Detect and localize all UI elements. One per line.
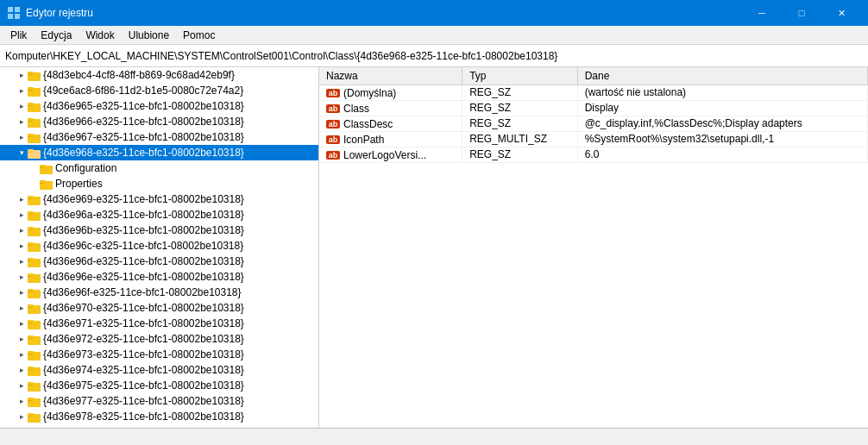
main-content: ▸ {48d3ebc4-4cf8-48ff-b869-9c68ad42eb9f}… <box>0 67 868 428</box>
menu-pomoc[interactable]: Pomoc <box>176 28 222 43</box>
menu-edycja[interactable]: Edycja <box>34 28 79 43</box>
reg-name-cell: abLowerLogoVersi... <box>319 147 462 162</box>
tree-item-label: {4d36e966-e325-11ce-bfc1-08002be10318} <box>43 116 244 128</box>
tree-item-label: {49ce6ac8-6f86-11d2-b1e5-0080c72e74a2} <box>43 85 243 97</box>
folder-icon <box>28 85 41 97</box>
address-bar: Komputer\HKEY_LOCAL_MACHINE\SYSTEM\Contr… <box>0 45 868 67</box>
col-name: Nazwa <box>319 67 462 85</box>
expand-icon[interactable]: ▾ <box>16 147 28 159</box>
expand-icon[interactable]: ▸ <box>16 286 28 298</box>
tree-item-label: {4d36e968-e325-11ce-bfc1-08002be10318} <box>43 147 244 159</box>
reg-name-cell: abClass <box>319 100 462 116</box>
table-row[interactable]: abIconPathREG_MULTI_SZ%SystemRoot%\syste… <box>319 131 868 147</box>
tree-item[interactable]: ▸ {4d36e970-e325-11ce-bfc1-08002be10318} <box>0 300 318 316</box>
minimize-button[interactable]: ─ <box>742 0 782 26</box>
expand-icon[interactable]: ▸ <box>16 209 28 221</box>
menu-widok[interactable]: Widok <box>79 28 121 43</box>
expand-icon[interactable]: ▸ <box>16 131 28 143</box>
values-panel: Nazwa Typ Dane ab(Domyślna)REG_SZ(wartoś… <box>319 67 868 428</box>
table-row[interactable]: abClassDescREG_SZ@c_display.inf,%ClassDe… <box>319 116 868 131</box>
expand-icon[interactable]: ▸ <box>16 116 28 128</box>
svg-rect-66 <box>28 382 34 385</box>
folder-icon <box>28 395 41 407</box>
expand-icon[interactable]: ▸ <box>16 85 28 97</box>
tree-item-label: {4d36e977-e325-11ce-bfc1-08002be10318} <box>43 395 244 407</box>
tree-item[interactable]: Configuration <box>0 160 318 176</box>
menu-plik[interactable]: Plik <box>3 28 34 43</box>
tree-item[interactable]: ▸ {4d36e973-e325-11ce-bfc1-08002be10318} <box>0 347 318 362</box>
expand-icon[interactable]: ▸ <box>16 100 28 112</box>
app-icon <box>7 6 21 20</box>
svg-rect-36 <box>28 227 34 229</box>
tree-item[interactable]: ▾ {4d36e968-e325-11ce-bfc1-08002be10318} <box>0 145 318 160</box>
expand-icon[interactable] <box>28 178 40 190</box>
tree-item[interactable]: ▸ {4d36e96a-e325-11ce-bfc1-08002be10318} <box>0 207 318 222</box>
expand-icon[interactable]: ▸ <box>16 333 28 345</box>
tree-item[interactable]: ▸ {4d36e974-e325-11ce-bfc1-08002be10318} <box>0 362 318 378</box>
tree-item[interactable]: ▸ {4d36e979-e325-11ce-bfc1-08002be10318} <box>0 424 318 428</box>
tree-item[interactable]: ▸ {4d36e975-e325-11ce-bfc1-08002be10318} <box>0 378 318 393</box>
tree-item[interactable]: ▸ {4d36e96d-e325-11ce-bfc1-08002be10318} <box>0 254 318 269</box>
tree-item[interactable]: ▸ {4d36e96f-e325-11ce-bfc1-08002be10318} <box>0 285 318 300</box>
expand-icon[interactable]: ▸ <box>16 193 28 205</box>
folder-icon <box>28 271 41 283</box>
title-bar-left: Edytor rejestru <box>7 6 93 20</box>
tree-item[interactable]: ▸ {4d36e96b-e325-11ce-bfc1-08002be10318} <box>0 222 318 238</box>
folder-icon <box>28 302 41 314</box>
folder-icon <box>28 209 41 221</box>
tree-item[interactable]: ▸ {4d36e96c-e325-11ce-bfc1-08002be10318} <box>0 238 318 254</box>
svg-rect-48 <box>28 289 34 291</box>
reg-type-cell: REG_MULTI_SZ <box>462 131 577 147</box>
expand-icon[interactable]: ▸ <box>16 317 28 329</box>
folder-icon <box>28 69 41 81</box>
svg-rect-21 <box>28 149 34 152</box>
expand-icon[interactable]: ▸ <box>16 224 28 236</box>
tree-item-label: Properties <box>55 178 103 190</box>
col-type: Typ <box>462 67 577 85</box>
tree-item[interactable]: ▸ {4d36e978-e325-11ce-bfc1-08002be10318} <box>0 409 318 424</box>
reg-name-cell: abClassDesc <box>319 116 462 131</box>
tree-item-label: {4d36e970-e325-11ce-bfc1-08002be10318} <box>43 302 244 314</box>
tree-item-label: {4d36e96e-e325-11ce-bfc1-08002be10318} <box>43 271 244 283</box>
close-button[interactable]: ✕ <box>821 0 861 26</box>
tree-item[interactable]: ▸ {4d36e967-e325-11ce-bfc1-08002be10318} <box>0 129 318 145</box>
folder-icon <box>28 131 41 143</box>
expand-icon[interactable]: ▸ <box>16 69 28 81</box>
expand-icon[interactable]: ▸ <box>16 379 28 392</box>
svg-rect-0 <box>8 7 13 12</box>
menu-ulubione[interactable]: Ulubione <box>122 28 176 43</box>
expand-icon[interactable]: ▸ <box>16 411 28 423</box>
expand-icon[interactable]: ▸ <box>16 395 28 407</box>
table-row[interactable]: ab(Domyślna)REG_SZ(wartość nie ustalona) <box>319 85 868 100</box>
tree-item[interactable]: ▸ {4d36e977-e325-11ce-bfc1-08002be10318} <box>0 393 318 409</box>
folder-icon <box>40 178 53 190</box>
maximize-button[interactable]: □ <box>782 0 821 26</box>
tree-item[interactable]: ▸ {4d36e972-e325-11ce-bfc1-08002be10318} <box>0 331 318 347</box>
horizontal-scrollbar[interactable] <box>0 429 868 441</box>
folder-icon <box>28 100 41 112</box>
tree-item[interactable]: ▸ {4d36e96e-e325-11ce-bfc1-08002be10318} <box>0 269 318 285</box>
tree-item[interactable]: Properties <box>0 176 318 191</box>
tree-item[interactable]: ▸ {4d36e965-e325-11ce-bfc1-08002be10318} <box>0 98 318 114</box>
expand-icon[interactable]: ▸ <box>16 364 28 376</box>
folder-icon <box>28 317 41 329</box>
tree-item[interactable]: ▸ {4d36e966-e325-11ce-bfc1-08002be10318} <box>0 114 318 129</box>
title-bar: Edytor rejestru ─ □ ✕ <box>0 0 868 26</box>
tree-item[interactable]: ▸ {4d36e971-e325-11ce-bfc1-08002be10318} <box>0 316 318 331</box>
expand-icon[interactable]: ▸ <box>16 240 28 252</box>
tree-item[interactable]: ▸ {49ce6ac8-6f86-11d2-b1e5-0080c72e74a2} <box>0 83 318 98</box>
reg-data-cell: (wartość nie ustalona) <box>577 85 867 100</box>
reg-data-cell: @c_display.inf,%ClassDesc%;Display adapt… <box>577 116 867 131</box>
expand-icon[interactable]: ▸ <box>16 302 28 314</box>
table-row[interactable]: abLowerLogoVersi...REG_SZ6.0 <box>319 147 868 162</box>
expand-icon[interactable]: ▸ <box>16 271 28 283</box>
expand-icon[interactable]: ▸ <box>16 255 28 267</box>
tree-item[interactable]: ▸ {48d3ebc4-4cf8-48ff-b869-9c68ad42eb9f} <box>0 67 318 83</box>
tree-item-label: {4d36e965-e325-11ce-bfc1-08002be10318} <box>43 100 244 112</box>
table-row[interactable]: abClassREG_SZDisplay <box>319 100 868 116</box>
tree-item[interactable]: ▸ {4d36e969-e325-11ce-bfc1-08002be10318} <box>0 191 318 207</box>
expand-icon[interactable]: ▸ <box>16 348 28 360</box>
tree-scroll[interactable]: ▸ {48d3ebc4-4cf8-48ff-b869-9c68ad42eb9f}… <box>0 67 318 428</box>
expand-icon[interactable] <box>28 162 40 174</box>
status-bar <box>0 440 868 445</box>
